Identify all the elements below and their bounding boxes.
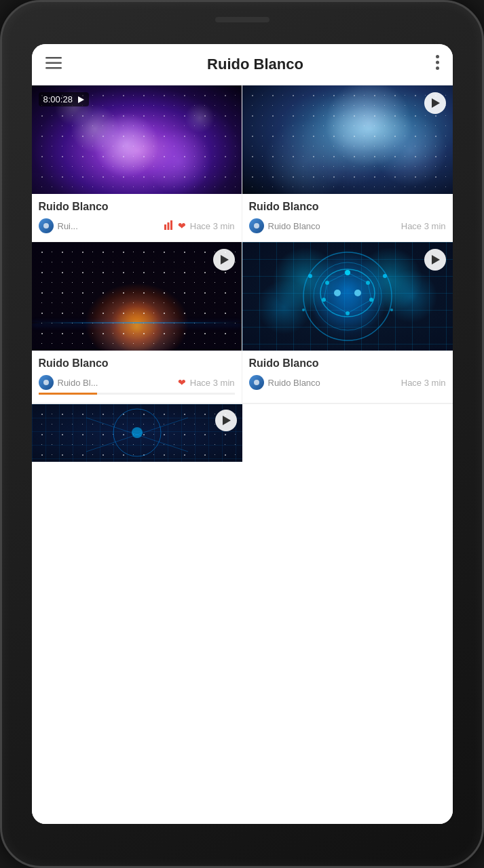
time-4: Hace 3 min bbox=[401, 378, 446, 388]
phone-screen: Ruido Blanco 8 bbox=[32, 44, 453, 824]
video-card-1[interactable]: 8:00:28 Ruido Blanco Rui... bbox=[32, 85, 242, 242]
card-meta-4: Ruido Blanco Hace 3 min bbox=[249, 375, 446, 390]
more-options-icon[interactable] bbox=[436, 55, 439, 74]
play-button-partial[interactable] bbox=[215, 410, 237, 431]
svg-point-11 bbox=[320, 269, 375, 317]
bar-chart-icon-1 bbox=[164, 220, 174, 232]
content-area: 8:00:28 Ruido Blanco Rui... bbox=[32, 85, 453, 824]
svg-rect-8 bbox=[170, 220, 172, 230]
channel-name-4: Ruido Blanco bbox=[268, 378, 397, 388]
svg-point-19 bbox=[354, 290, 361, 296]
card-info-4: Ruido Blanco Ruido Blanco Hace 3 min bbox=[242, 351, 453, 398]
svg-rect-2 bbox=[45, 67, 62, 69]
video-card-3[interactable]: Ruido Blanco Ruido Bl... ❤ Hace 3 min bbox=[32, 242, 242, 403]
video-grid: 8:00:28 Ruido Blanco Rui... bbox=[32, 85, 453, 403]
phone-frame: Ruido Blanco 8 bbox=[0, 0, 484, 868]
card-title-3: Ruido Blanco bbox=[39, 357, 235, 370]
svg-point-33 bbox=[132, 427, 143, 438]
time-2: Hace 3 min bbox=[401, 221, 446, 231]
play-button-4[interactable] bbox=[424, 249, 446, 271]
card-info-3: Ruido Blanco Ruido Bl... ❤ Hace 3 min bbox=[32, 351, 242, 403]
card-info-1: Ruido Blanco Rui... ❤ bbox=[32, 194, 242, 241]
app-header: Ruido Blanco bbox=[32, 44, 453, 85]
video-card-2[interactable]: Ruido Blanco Ruido Blanco Hace 3 min bbox=[242, 85, 453, 242]
thumbnail-3 bbox=[32, 242, 242, 351]
card-title-4: Ruido Blanco bbox=[249, 357, 446, 370]
time-3: Hace 3 min bbox=[190, 378, 235, 388]
svg-line-23 bbox=[368, 283, 371, 300]
svg-point-4 bbox=[436, 61, 439, 64]
heart-icon-3: ❤ bbox=[178, 377, 186, 388]
progress-fill-3 bbox=[39, 393, 98, 395]
svg-line-24 bbox=[324, 300, 348, 313]
time-1: Hace 3 min bbox=[190, 221, 235, 231]
avatar-3 bbox=[39, 375, 54, 390]
channel-name-1: Rui... bbox=[58, 221, 160, 231]
svg-rect-6 bbox=[164, 224, 166, 230]
phone-speaker bbox=[215, 17, 269, 22]
card-meta-1: Rui... ❤ Hace 3 min bbox=[39, 218, 235, 233]
partial-row bbox=[32, 403, 453, 462]
play-button-2[interactable] bbox=[424, 92, 446, 114]
progress-bar-3 bbox=[39, 393, 235, 395]
card-info-2: Ruido Blanco Ruido Blanco Hace 3 min bbox=[242, 194, 453, 241]
card-meta-2: Ruido Blanco Hace 3 min bbox=[249, 218, 446, 233]
svg-rect-1 bbox=[45, 62, 62, 64]
duration-badge-1: 8:00:28 bbox=[39, 92, 89, 106]
svg-point-5 bbox=[436, 66, 439, 70]
channel-name-2: Ruido Blanco bbox=[268, 221, 397, 231]
svg-rect-7 bbox=[167, 222, 169, 230]
partial-card-1[interactable] bbox=[32, 404, 242, 462]
video-card-4[interactable]: Ruido Blanco Ruido Blanco Hace 3 min bbox=[242, 242, 453, 403]
svg-point-26 bbox=[308, 274, 312, 278]
svg-point-29 bbox=[390, 309, 393, 311]
page-title: Ruido Blanco bbox=[75, 56, 436, 73]
thumbnail-1: 8:00:28 bbox=[32, 85, 242, 194]
heart-icon-1: ❤ bbox=[178, 220, 186, 231]
thumbnail-4 bbox=[242, 242, 453, 351]
avatar-2 bbox=[249, 218, 264, 233]
thumbnail-2 bbox=[242, 85, 453, 194]
svg-point-28 bbox=[302, 309, 305, 311]
svg-line-22 bbox=[324, 283, 327, 300]
svg-point-18 bbox=[334, 290, 341, 296]
card-title-1: Ruido Blanco bbox=[39, 201, 235, 213]
partial-card-empty bbox=[242, 404, 453, 462]
avatar-4 bbox=[249, 375, 264, 390]
svg-line-25 bbox=[348, 300, 371, 313]
menu-icon[interactable] bbox=[45, 56, 62, 73]
svg-point-27 bbox=[383, 274, 387, 278]
channel-name-3: Ruido Bl... bbox=[58, 378, 174, 388]
play-button-3[interactable] bbox=[213, 249, 235, 271]
svg-point-3 bbox=[436, 55, 439, 58]
svg-point-9 bbox=[303, 252, 392, 340]
card-meta-3: Ruido Bl... ❤ Hace 3 min bbox=[39, 375, 235, 390]
card-title-2: Ruido Blanco bbox=[249, 201, 446, 213]
avatar-1 bbox=[39, 218, 54, 233]
svg-rect-0 bbox=[45, 57, 62, 59]
